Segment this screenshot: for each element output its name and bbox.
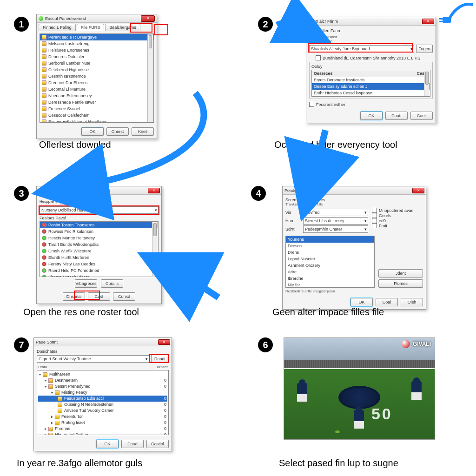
list-item[interactable]: Nhenane Esfemonesey [40, 93, 153, 99]
expand-icon[interactable] [51, 416, 53, 418]
action-button[interactable]: Vibagreces [75, 279, 97, 288]
scrollbar[interactable] [424, 71, 430, 96]
checkbox[interactable]: Froit [372, 223, 423, 228]
list-item[interactable]: Nie far [286, 282, 374, 288]
checkbox[interactable]: ed9 [372, 218, 423, 223]
expand-icon[interactable] [45, 428, 46, 430]
list-item[interactable]: Raerd Held PC Fonredrned [40, 267, 158, 274]
close-icon[interactable]: ✕ [141, 15, 155, 22]
tree-node[interactable]: Destheetern0 [38, 377, 167, 383]
list-item[interactable]: Perant sedie R Dreergaye [40, 34, 153, 40]
checkbox[interactable]: Mnopoctered avae [372, 208, 423, 213]
file-list[interactable]: Perant sedie R Dreergaye Melsana Lustese… [40, 33, 154, 123]
list-item[interactable]: Eryets Dersmate frastioscis [312, 77, 430, 83]
list-item[interactable]: Ditescn [286, 243, 374, 249]
ok-button[interactable]: OK [360, 112, 383, 120]
tree-node[interactable]: Anvsee Tud Vuotrly Csmer0 [38, 408, 167, 414]
ok-button[interactable]: OK [81, 127, 104, 136]
tree-node[interactable]: Ouseing N Neersdestehen0 [38, 402, 167, 408]
combo-b[interactable]: Sierest Libs deltrerey [303, 217, 368, 225]
list-item[interactable]: Sheera Hytank Dfcord [40, 274, 158, 277]
list-item[interactable]: Ashment Orozery [286, 262, 374, 269]
list-item[interactable]: Helsiures Enorsuenes [40, 47, 153, 53]
expand-icon[interactable] [44, 386, 47, 388]
ok-button[interactable]: OK [350, 298, 373, 306]
tree-view[interactable]: Multhareen Destheetern0 Sessrt Prenedyne… [37, 370, 169, 435]
tree-node[interactable]: Sessrt Prenedyned0 [38, 383, 167, 390]
expand-icon[interactable] [44, 380, 47, 382]
help-button[interactable]: Coeil [410, 112, 433, 120]
tab[interactable]: Finned L Feling [39, 24, 76, 31]
list-item[interactable]: Bashergeith Visbmet Handhens [40, 119, 153, 123]
expand-icon[interactable] [51, 422, 53, 424]
help-button[interactable]: Consd [113, 292, 135, 301]
tree-node[interactable]: Misting Feecy [38, 390, 167, 396]
list-item[interactable]: Serborell Lentber Nute [40, 60, 153, 66]
tree-node[interactable]: Multhareen [38, 371, 167, 377]
combo-c[interactable]: Pedespmhin Onater [303, 225, 368, 233]
close-icon[interactable]: ✕ [158, 339, 170, 345]
scrollbar[interactable] [152, 222, 158, 276]
titlebar[interactable]: Easeut Paneulwerend ✕ [37, 14, 157, 23]
list-item[interactable]: Melsana Lustesetreng [40, 40, 153, 47]
list-item[interactable]: Forstry Nisty Las Coedes [40, 261, 158, 267]
list-item[interactable]: Hescts Montte Heltanesy [40, 235, 158, 241]
cancel-button[interactable]: Coal [376, 298, 398, 306]
tab[interactable]: Pitent [60, 198, 79, 205]
cancel-button[interactable]: Cherst [106, 127, 129, 136]
list-item[interactable]: Elunth Hurtlt Merferen [40, 254, 158, 261]
tree-node[interactable]: Fesustensp Edis accl0 [38, 396, 167, 402]
list-item[interactable]: Rowass Fric R kolansen [40, 228, 158, 235]
tab[interactable]: File FURS [77, 24, 105, 31]
titlebar[interactable]: Narstt Patror ✕ [37, 186, 161, 195]
items-list[interactable]: Younens Ditescn Drens Lepnd Nuseter Ashm… [285, 236, 375, 288]
expand-icon[interactable] [39, 374, 41, 376]
help-button[interactable]: Oish [401, 298, 423, 306]
titlebar[interactable]: Paue Sonnt ✕ [34, 338, 172, 346]
scrollbar[interactable] [147, 34, 153, 122]
combo-a[interactable]: Dovfred [303, 209, 368, 216]
list-item[interactable]: Ibrerdne [286, 275, 374, 282]
help-button[interactable]: Kneil [132, 127, 154, 136]
list-item[interactable]: Ponint Tosten Thonseres [40, 222, 158, 228]
list-item[interactable]: Cetebernd Higtmesse [40, 66, 153, 73]
close-icon[interactable]: ✕ [148, 188, 160, 193]
list-item[interactable]: Deressnede Fentle Istwer [40, 99, 153, 106]
list-item[interactable]: Denenres Dutululer [40, 53, 153, 60]
browse-button[interactable]: Frigen [416, 45, 433, 53]
list-item[interactable]: Tarart Buntls Wifrodenpdlia [40, 241, 158, 248]
tree-node[interactable]: Rroting lisret0 [38, 420, 167, 426]
checkbox-footer[interactable]: Fecorant esther [309, 102, 433, 107]
expand-icon[interactable] [51, 392, 53, 394]
list-item[interactable]: Cesmth Isrstmernce [40, 73, 153, 79]
tree-node[interactable]: Fesenturtor0 [38, 414, 167, 420]
close-icon[interactable]: ✕ [422, 19, 434, 24]
cancel-button[interactable]: Cood [121, 440, 144, 448]
tree-node[interactable]: Hhetre fed Drdfan0 [38, 432, 167, 435]
help-button[interactable]: Costiol [146, 440, 169, 448]
list-item[interactable]: Drenmet Dor Ebeens [40, 79, 153, 86]
list-item[interactable]: Drens [286, 249, 374, 256]
search-combo[interactable]: Cigrert Snort Walsty Tuutme [37, 355, 149, 363]
action-button[interactable]: Coralls [101, 279, 123, 288]
list-item[interactable]: Arire [286, 269, 374, 275]
titlebar[interactable]: Pendeat abOS 6 trhed ✕ [283, 186, 426, 195]
list-item[interactable]: Eecomal Ll Menture [40, 86, 153, 93]
roster-list[interactable]: Ponint Tosten Thonseres Rowass Fric R ko… [40, 221, 159, 277]
list-item[interactable]: Younens [286, 236, 374, 243]
next-button[interactable]: Jdent [378, 269, 423, 278]
list-item[interactable]: Oesee Easisy sdann sdllen J [312, 83, 430, 90]
expand-icon[interactable] [45, 434, 46, 436]
list-item[interactable]: Cesecder Celsfecham [40, 112, 153, 119]
titlebar[interactable]: Pautr alcr Frinm ✕ [306, 17, 436, 26]
cancel-button[interactable]: Coatt [385, 112, 408, 120]
list-item[interactable]: Frecenee Ssonel [40, 106, 153, 112]
checkbox-note[interactable]: Bundniand dE Cdarerssnn Shr annothy 2013… [316, 55, 433, 60]
tree-node[interactable]: Fhrerins0 [38, 426, 167, 432]
ok-button[interactable]: OK [96, 440, 119, 448]
list-item[interactable]: Enthr Htehntes Cessd kwpeasn [312, 90, 430, 96]
checkbox[interactable]: Gerels [372, 213, 423, 218]
list-item[interactable]: Lepnd Nuseter [286, 256, 374, 262]
options-list[interactable]: OesrecesCesst Eryets Dersmate frastiosci… [311, 70, 430, 97]
list-item[interactable]: Crosh Wurfik Witcerere [40, 248, 158, 254]
